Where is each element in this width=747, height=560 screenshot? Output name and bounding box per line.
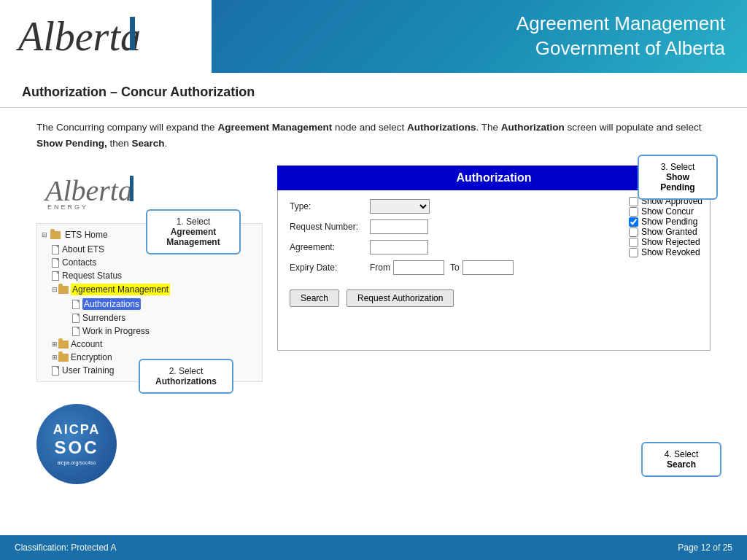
alberta-logo: Alberta — [15, 8, 160, 66]
tree-item-label: Work in Progress — [82, 326, 150, 336]
doc-icon — [72, 314, 80, 323]
folder-icon — [58, 286, 69, 294]
tree-item-label: Account — [71, 339, 102, 349]
checkbox-show-revoked: Show Revoked — [629, 247, 703, 257]
folder-icon — [58, 341, 69, 349]
btn-row: Search Request Authorization — [290, 289, 698, 311]
list-item: Request Status — [42, 269, 258, 282]
expiry-to-input[interactable] — [462, 260, 514, 275]
left-panel: Alberta ENERGY ⊟ ETS Home About ETS — [36, 166, 263, 484]
expand-icon[interactable]: ⊞ — [52, 354, 58, 361]
list-item: ⊞ Account — [42, 338, 258, 351]
request-number-label: Request Number: — [290, 222, 370, 232]
svg-rect-1 — [130, 17, 135, 50]
checkbox-granted-input[interactable] — [629, 228, 638, 237]
tree-item-agreement-management: Agreement Management — [71, 284, 170, 295]
type-label: Type: — [290, 201, 370, 211]
expiry-label: Expiry Date: — [290, 262, 370, 273]
checkbox-rejected-label: Show Rejected — [641, 237, 700, 247]
header: Alberta Agreement Management Government … — [0, 0, 747, 73]
doc-icon — [52, 366, 59, 376]
checkbox-approved-input[interactable] — [629, 197, 638, 206]
doc-icon — [52, 245, 59, 254]
aicpa-logo: AICPA SOC aicpa.org/soc4so — [36, 404, 117, 484]
expand-icon[interactable]: ⊟ — [42, 231, 47, 238]
checkbox-rejected-input[interactable] — [629, 238, 638, 247]
aicpa-area: AICPA SOC aicpa.org/soc4so — [36, 404, 263, 484]
expand-icon[interactable]: ⊞ — [52, 341, 58, 348]
main-content: The Concurring company will expand the A… — [0, 108, 747, 496]
callout-1: 1. Select Agreement Management — [146, 209, 241, 254]
checkboxes-panel: Show Approved Show Concur Show Pending S… — [629, 196, 703, 257]
folder-icon — [58, 354, 69, 362]
agreement-label: Agreement: — [290, 242, 370, 252]
request-number-input[interactable] — [370, 219, 428, 234]
svg-rect-3 — [130, 176, 133, 201]
expand-icon[interactable]: ⊟ — [52, 286, 58, 293]
date-range: From To — [370, 260, 514, 275]
type-select[interactable] — [370, 199, 430, 214]
request-auth-button[interactable]: Request Authorization — [347, 289, 454, 307]
page-title-bar: Authorization – Concur Authorization — [0, 73, 747, 108]
tree-item-label: About ETS — [62, 244, 104, 254]
tree-item-label: Surrenders — [82, 313, 125, 323]
tree-item-label: Request Status — [62, 271, 122, 281]
expiry-row: Expiry Date: From To — [290, 260, 698, 275]
intro-text: The Concurring company will expand the A… — [36, 120, 711, 151]
checkbox-concur-input[interactable] — [629, 207, 638, 217]
tree-item-label: User Training — [62, 365, 114, 376]
classification: Classification: Protected A — [15, 542, 116, 553]
header-title: Agreement Management Government of Alber… — [516, 12, 725, 61]
svg-text:ENERGY: ENERGY — [47, 203, 88, 210]
doc-icon — [52, 258, 59, 268]
checkbox-revoked-input[interactable] — [629, 248, 638, 257]
page-number: Page 12 of 25 — [678, 542, 732, 553]
footer: Classification: Protected A Page 12 of 2… — [0, 535, 747, 560]
tree-root-label: ETS Home — [65, 230, 108, 240]
list-item: Surrenders — [42, 311, 258, 324]
checkbox-show-granted: Show Granted — [629, 227, 703, 237]
callout-2: 2. Select Authorizations — [139, 359, 233, 394]
checkbox-show-concur: Show Concur — [629, 206, 703, 217]
to-label: To — [450, 262, 460, 273]
checkbox-concur-label: Show Concur — [641, 206, 694, 217]
header-right: Agreement Management Government of Alber… — [212, 0, 747, 73]
doc-icon — [52, 271, 59, 281]
from-label: From — [370, 262, 390, 273]
svg-text:Alberta: Alberta — [44, 174, 133, 207]
checkbox-revoked-label: Show Revoked — [641, 247, 700, 257]
tree-item-label: Encryption — [71, 352, 112, 362]
doc-icon — [72, 300, 80, 309]
checkbox-pending-input[interactable] — [629, 217, 638, 227]
checkbox-pending-label: Show Pending — [641, 217, 697, 227]
right-panel: 3. SelectShowPending Authorization Show … — [277, 166, 711, 484]
list-item: ⊟ Agreement Management — [42, 282, 258, 297]
callout-4: 4. SelectSearch — [641, 442, 721, 477]
content-row: Alberta ENERGY ⊟ ETS Home About ETS — [36, 166, 711, 484]
doc-icon — [72, 327, 80, 336]
tree-item-label: Contacts — [62, 257, 96, 268]
checkbox-granted-label: Show Granted — [641, 227, 697, 237]
folder-icon-root — [50, 231, 61, 239]
expiry-from-input[interactable] — [393, 260, 444, 275]
list-item: Work in Progress — [42, 324, 258, 338]
svg-text:Alberta: Alberta — [15, 14, 141, 59]
list-item: Authorizations — [42, 297, 258, 311]
checkbox-show-rejected: Show Rejected — [629, 237, 703, 247]
list-item: Contacts — [42, 256, 258, 269]
auth-form: Show Approved Show Concur Show Pending S… — [277, 190, 711, 351]
logo-area: Alberta — [0, 0, 212, 73]
tree-item-authorizations[interactable]: Authorizations — [82, 298, 141, 310]
search-button[interactable]: Search — [290, 289, 339, 307]
callout-3: 3. SelectShowPending — [638, 155, 718, 200]
checkbox-show-pending: Show Pending — [629, 217, 703, 227]
agreement-input[interactable] — [370, 240, 428, 254]
page-title: Authorization – Concur Authorization — [22, 85, 725, 100]
